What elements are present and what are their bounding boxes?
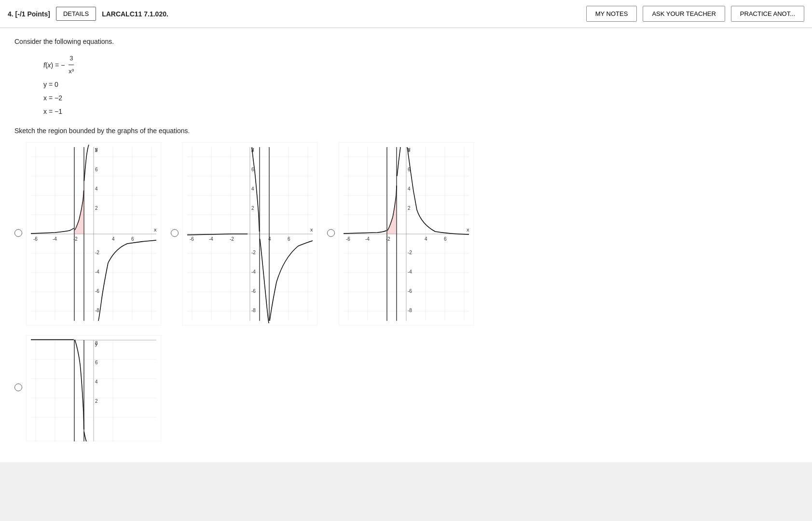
svg-text:4: 4 [112, 236, 115, 242]
svg-text:6: 6 [444, 236, 447, 242]
svg-text:4: 4 [95, 379, 98, 384]
graph-1: x y 8 6 4 2 -2 -4 -6 -8 -6 -4 -2 4 6 [26, 142, 161, 326]
svg-text:-4: -4 [408, 269, 412, 274]
svg-text:-8: -8 [95, 308, 99, 313]
denominator: x³ [68, 65, 75, 78]
svg-text:6: 6 [131, 236, 134, 242]
svg-text:4: 4 [425, 236, 427, 242]
graph-option-2: x y 8 6 4 2 -2 -4 -6 -8 -6 -4 -2 4 6 [171, 142, 317, 326]
practice-button[interactable]: PRACTICE ANOT... [731, 6, 804, 22]
svg-text:-6: -6 [408, 288, 412, 294]
equations-block: f(x) = − 3 x³ y = 0 x = −2 x = −1 [43, 52, 798, 118]
graph-4: y 8 6 4 2 [26, 335, 161, 441]
radio-3[interactable] [327, 229, 335, 237]
svg-text:-8: -8 [251, 308, 256, 313]
svg-text:8: 8 [95, 341, 98, 346]
sketch-text: Sketch the region bounded by the graphs … [14, 127, 798, 135]
svg-text:6: 6 [251, 167, 254, 172]
svg-text:-6: -6 [33, 236, 38, 242]
svg-text:x: x [467, 227, 469, 233]
consider-text: Consider the following equations. [14, 38, 798, 45]
numerator: 3 [69, 52, 74, 65]
my-notes-button[interactable]: MY NOTES [586, 6, 637, 22]
svg-text:4: 4 [95, 186, 98, 192]
svg-text:-6: -6 [190, 236, 194, 242]
details-button[interactable]: DETAILS [56, 7, 96, 21]
svg-text:x: x [310, 227, 313, 233]
fraction: 3 x³ [68, 52, 75, 78]
graphs-row-2: y 8 6 4 2 [14, 335, 798, 441]
graphs-row-1: x y 8 6 4 2 -2 -4 -6 -8 -6 -4 -2 4 6 [14, 142, 798, 326]
svg-text:-8: -8 [408, 308, 412, 313]
radio-2[interactable] [171, 229, 179, 237]
top-bar: 4. [-/1 Points] DETAILS LARCALC11 7.1.02… [0, 0, 812, 28]
svg-text:2: 2 [251, 206, 254, 211]
svg-text:-4: -4 [95, 269, 99, 274]
svg-text:-4: -4 [365, 236, 370, 242]
svg-text:4: 4 [251, 186, 254, 192]
svg-text:6: 6 [95, 360, 98, 365]
svg-text:2: 2 [95, 398, 98, 404]
graph-3: x y 8 6 4 2 -2 -4 -6 -8 -6 -4 -2 4 6 [339, 142, 474, 326]
eq-y: y = 0 [43, 78, 798, 91]
ask-teacher-button[interactable]: ASK YOUR TEACHER [643, 6, 725, 22]
svg-text:-2: -2 [230, 236, 234, 242]
radio-1[interactable] [14, 229, 22, 237]
svg-text:4: 4 [268, 236, 271, 242]
function-label: f(x) = − [43, 58, 65, 72]
svg-text:-4: -4 [53, 236, 57, 242]
svg-text:6: 6 [288, 236, 290, 242]
eq-function: f(x) = − 3 x³ [43, 52, 798, 78]
radio-4[interactable] [14, 384, 22, 391]
svg-text:2: 2 [408, 206, 411, 211]
svg-text:-6: -6 [251, 288, 256, 294]
main-content: Consider the following equations. f(x) =… [0, 28, 812, 462]
svg-text:-2: -2 [408, 250, 412, 255]
svg-text:x: x [154, 227, 157, 233]
graph-option-4: y 8 6 4 2 [14, 335, 161, 441]
svg-text:-6: -6 [95, 288, 99, 294]
question-number: 4. [-/1 Points] [8, 10, 50, 18]
svg-text:-4: -4 [209, 236, 213, 242]
svg-text:-2: -2 [95, 250, 99, 255]
svg-text:-2: -2 [251, 250, 256, 255]
eq-x2: x = −1 [43, 105, 798, 118]
eq-x1: x = −2 [43, 91, 798, 105]
svg-text:8: 8 [95, 148, 98, 153]
graph-option-3: x y 8 6 4 2 -2 -4 -6 -8 -6 -4 -2 4 6 [327, 142, 474, 326]
svg-text:-6: -6 [346, 236, 350, 242]
graph-option-1: x y 8 6 4 2 -2 -4 -6 -8 -6 -4 -2 4 6 [14, 142, 161, 326]
svg-text:4: 4 [408, 186, 411, 192]
graph-2: x y 8 6 4 2 -2 -4 -6 -8 -6 -4 -2 4 6 [182, 142, 317, 326]
svg-text:-4: -4 [251, 269, 256, 274]
svg-text:2: 2 [95, 206, 98, 211]
svg-text:6: 6 [95, 167, 98, 172]
problem-id: LARCALC11 7.1.020. [102, 10, 168, 18]
